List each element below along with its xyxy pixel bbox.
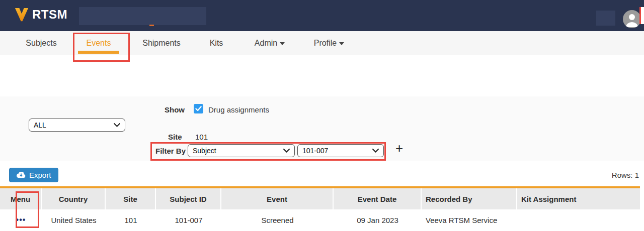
add-filter-button[interactable]: + <box>395 142 403 155</box>
cell-event: Screened <box>221 209 334 230</box>
caret-down-icon <box>339 42 344 45</box>
table-header-row: Menu Country Site Subject ID Event Event… <box>0 188 640 209</box>
col-header-kit-assignment[interactable]: Kit Assignment <box>517 188 640 209</box>
site-value: 101 <box>195 133 208 141</box>
app-logo: RTSM <box>14 7 67 22</box>
col-header-event[interactable]: Event <box>221 188 334 209</box>
col-header-event-date[interactable]: Event Date <box>334 188 422 209</box>
filter-by-label: Filter By <box>155 147 186 155</box>
drug-assignments-label[interactable]: Drug assignments <box>208 105 269 114</box>
col-header-site[interactable]: Site <box>106 188 156 209</box>
brand-name: RTSM <box>32 8 67 22</box>
redacted-study-name <box>79 7 206 25</box>
export-button-label: Export <box>29 171 51 179</box>
event-type-select[interactable]: ALL <box>29 119 125 132</box>
event-type-select-value: ALL <box>34 121 46 129</box>
veeva-v-icon <box>14 7 29 22</box>
nav-tab-events[interactable]: Events <box>85 39 113 48</box>
caret-down-icon <box>280 42 285 45</box>
col-header-subject-id[interactable]: Subject ID <box>156 188 221 209</box>
filter-field-select-value: Subject <box>193 147 216 155</box>
drug-assignments-checkbox[interactable] <box>194 104 203 113</box>
page-header: Events Event List Rollup Report <box>0 55 644 96</box>
cell-site: 101 <box>106 209 156 230</box>
checkmark-icon <box>195 106 202 111</box>
cropped-username <box>639 7 644 24</box>
nav-tab-admin[interactable]: Admin <box>254 39 286 48</box>
events-table: Menu Country Site Subject ID Event Event… <box>0 186 640 230</box>
show-label: Show <box>165 105 185 114</box>
nav-tab-subjects[interactable]: Subjects <box>23 39 59 48</box>
filter-value-select-value: 101-007 <box>302 147 328 155</box>
chevron-down-icon <box>114 123 120 127</box>
row-menu-button[interactable]: ••• <box>16 215 26 224</box>
filter-panel: Show Drug assignments ALL Site 101 Filte… <box>0 96 644 161</box>
nav-tab-kits[interactable]: Kits <box>208 39 224 48</box>
col-header-menu[interactable]: Menu <box>0 188 42 209</box>
active-tab-underline <box>78 51 119 54</box>
cell-recorded-by: Veeva RTSM Service <box>422 209 517 230</box>
nav-tab-shipments[interactable]: Shipments <box>139 39 184 48</box>
cloud-download-icon <box>17 172 26 178</box>
chevron-down-icon <box>283 149 290 153</box>
redacted-user-info <box>596 11 615 26</box>
cell-country: United States <box>42 209 106 230</box>
filter-value-select[interactable]: 101-007 <box>297 144 384 157</box>
col-header-country[interactable]: Country <box>42 188 106 209</box>
cell-event-date: 09 Jan 2023 <box>334 209 422 230</box>
site-label: Site <box>168 133 182 141</box>
nav-tab-admin-label: Admin <box>255 39 277 47</box>
cell-subject-id: 101-007 <box>156 209 221 230</box>
chevron-down-icon <box>372 149 379 153</box>
col-header-recorded-by[interactable]: Recorded By <box>422 188 517 209</box>
table-row: ••• United States 101 101-007 Screened 0… <box>0 209 640 230</box>
user-avatar-icon[interactable] <box>623 10 641 28</box>
filter-field-select[interactable]: Subject <box>188 144 295 157</box>
rows-count: Rows: 1 <box>523 171 639 179</box>
app-window: RTSM Subjects Events Shipments Kits Admi… <box>0 0 644 231</box>
export-button[interactable]: Export <box>9 168 58 182</box>
top-navbar: RTSM <box>0 0 644 31</box>
redacted-study-marker <box>149 25 154 26</box>
cell-kit-assignment <box>517 209 640 230</box>
nav-tab-profile[interactable]: Profile <box>312 39 346 48</box>
nav-tab-profile-label: Profile <box>314 39 337 47</box>
